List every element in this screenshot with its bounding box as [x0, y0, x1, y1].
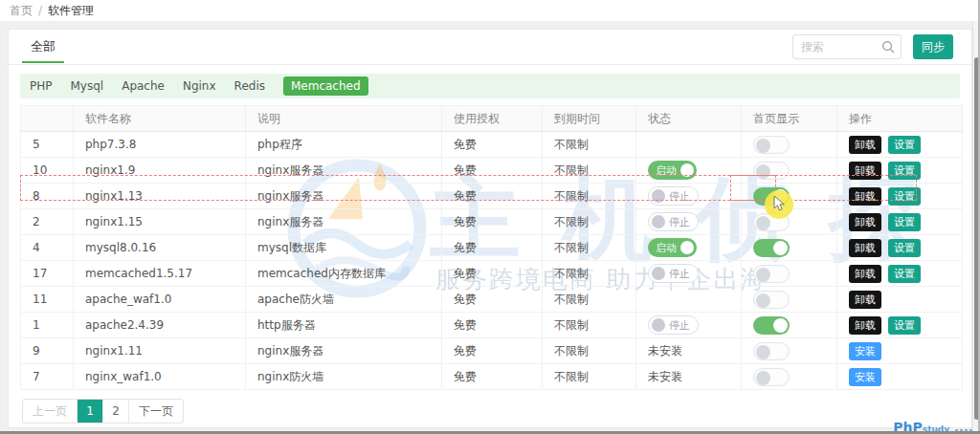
install-button[interactable]: 安装	[849, 342, 881, 360]
column-header: 说明	[246, 106, 442, 132]
uninstall-button[interactable]: 卸载	[849, 187, 881, 206]
software-desc-cell: nginx服务器	[246, 209, 442, 235]
home-display-toggle[interactable]	[753, 162, 790, 180]
software-table: 软件名称说明使用授权到期时间状态首页显示操作 5php7.3.8php程序免费不…	[20, 105, 963, 390]
home-display-toggle[interactable]	[753, 316, 790, 335]
software-name-cell: apache_waf1.0	[74, 287, 246, 313]
row-id-cell: 9	[21, 338, 74, 364]
uninstall-button[interactable]: 卸载	[849, 213, 881, 231]
home-display-cell	[742, 338, 837, 364]
toggle-knob	[773, 318, 788, 333]
uninstall-button[interactable]: 卸载	[849, 239, 881, 257]
software-desc-cell: mysql数据库	[246, 235, 442, 261]
table-row: 17memcached1.5.17memcached内存数据库免费不限制停止卸载…	[21, 261, 963, 287]
search-icon[interactable]	[880, 39, 896, 54]
home-display-cell	[742, 158, 837, 184]
home-display-toggle[interactable]	[753, 291, 790, 309]
table-row: 4mysql8.0.16mysql数据库免费不限制启动卸载设置	[21, 235, 963, 261]
status-stopped-toggle[interactable]: 停止	[648, 186, 699, 206]
uninstall-button[interactable]: 卸载	[849, 136, 881, 154]
table-row: 10nginx1.9nginx服务器免费不限制启动卸载设置	[21, 158, 963, 184]
status-stopped-toggle[interactable]: 停止	[648, 264, 699, 283]
status-not-installed-label: 未安装	[648, 370, 682, 383]
sync-button[interactable]: 同步	[913, 34, 953, 59]
home-display-toggle[interactable]	[753, 136, 790, 154]
settings-button[interactable]: 设置	[888, 136, 921, 154]
status-label: 停止	[669, 189, 690, 204]
software-desc-cell: apache防火墙	[246, 287, 442, 313]
filter-item-php[interactable]: PHP	[30, 79, 53, 93]
row-id-cell: 4	[21, 235, 74, 261]
expire-cell: 不限制	[543, 364, 636, 390]
uninstall-button[interactable]: 卸载	[849, 162, 881, 180]
software-desc-cell: nginx服务器	[246, 184, 442, 209]
breadcrumb-separator: /	[38, 4, 42, 17]
column-header	[21, 106, 74, 132]
toggle-knob	[756, 268, 770, 282]
settings-button[interactable]: 设置	[888, 239, 921, 257]
row-id-cell: 8	[21, 184, 74, 209]
settings-button[interactable]: 设置	[888, 316, 921, 335]
home-display-toggle[interactable]	[753, 265, 790, 283]
toggle-knob	[756, 139, 770, 153]
home-display-toggle[interactable]	[753, 239, 790, 257]
license-cell: 免费	[442, 287, 543, 313]
toggle-knob	[773, 241, 788, 255]
status-running-toggle[interactable]: 启动	[648, 238, 697, 257]
pagination: 上一页12下一页	[22, 399, 184, 423]
uninstall-button[interactable]: 卸载	[849, 265, 881, 283]
expire-cell: 不限制	[543, 261, 636, 287]
settings-button[interactable]: 设置	[888, 162, 921, 180]
breadcrumb-home-link[interactable]: 首页	[10, 3, 33, 19]
software-name-cell: mysql8.0.16	[74, 235, 246, 261]
settings-button[interactable]: 设置	[888, 187, 921, 206]
software-desc-cell: nginx服务器	[246, 158, 442, 184]
expire-cell: 不限制	[543, 313, 636, 338]
pagination-prev[interactable]: 上一页	[23, 400, 78, 423]
expire-cell: 不限制	[543, 338, 636, 364]
toggle-knob	[652, 318, 665, 332]
license-cell: 免费	[442, 364, 543, 390]
software-name-cell: nginx1.15	[74, 209, 246, 235]
tab-all[interactable]: 全部	[22, 31, 64, 63]
status-stopped-toggle[interactable]: 停止	[648, 315, 699, 335]
actions-cell: 卸载设置	[837, 184, 963, 209]
filter-item-active-memcached[interactable]: Memcached	[283, 76, 368, 96]
status-running-toggle[interactable]: 启动	[648, 161, 697, 180]
uninstall-button[interactable]: 卸载	[849, 291, 881, 309]
expire-cell: 不限制	[543, 132, 636, 158]
filter-item-nginx[interactable]: Nginx	[183, 79, 216, 93]
settings-button[interactable]: 设置	[888, 265, 921, 283]
home-display-cell	[742, 287, 837, 313]
table-header: 软件名称说明使用授权到期时间状态首页显示操作	[21, 106, 963, 132]
pagination-page-1[interactable]: 1	[78, 400, 103, 423]
status-stopped-toggle[interactable]: 停止	[648, 212, 699, 231]
software-name-cell: memcached1.5.17	[74, 261, 246, 287]
home-display-toggle[interactable]	[753, 213, 790, 231]
toggle-knob	[652, 215, 665, 228]
actions-cell: 卸载设置	[837, 235, 963, 261]
search-box	[792, 34, 902, 59]
table-row: 9nginx1.11nginx服务器免费不限制未安装安装	[21, 338, 963, 364]
status-cell: 停止	[636, 261, 742, 287]
table-row: 11apache_waf1.0apache防火墙免费不限制卸载	[21, 287, 963, 313]
pagination-next[interactable]: 下一页	[129, 400, 183, 423]
install-button[interactable]: 安装	[849, 368, 881, 386]
software-name-cell: nginx1.11	[74, 338, 246, 364]
table-row: 2nginx1.15nginx服务器免费不限制停止卸载设置	[21, 209, 963, 235]
home-display-cell	[742, 132, 837, 158]
uninstall-button[interactable]: 卸载	[849, 316, 881, 335]
filter-item-redis[interactable]: Redis	[234, 79, 265, 93]
settings-button[interactable]: 设置	[888, 213, 921, 231]
row-id-cell: 5	[21, 132, 74, 158]
home-display-cell	[742, 261, 837, 287]
status-cell	[636, 132, 742, 158]
home-display-toggle[interactable]	[753, 342, 790, 360]
home-display-toggle[interactable]	[753, 187, 790, 206]
home-display-toggle[interactable]	[753, 368, 790, 386]
filter-item-mysql[interactable]: Mysql	[71, 79, 104, 93]
toggle-knob	[756, 164, 770, 179]
column-header: 使用授权	[442, 106, 543, 132]
pagination-page-2[interactable]: 2	[103, 400, 129, 423]
filter-item-apache[interactable]: Apache	[122, 79, 165, 93]
